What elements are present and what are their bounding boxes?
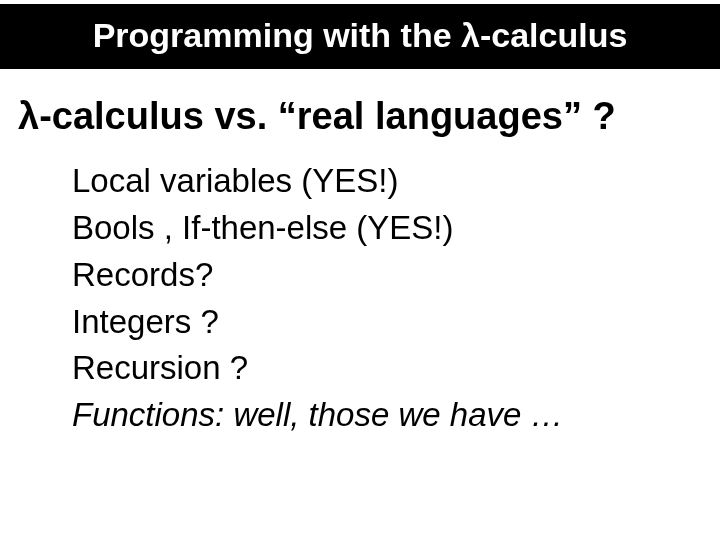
slide-title: Programming with the λ-calculus: [0, 4, 720, 69]
list-item: Local variables (YES!): [72, 158, 690, 205]
list-item: Records?: [72, 252, 690, 299]
list-item: Recursion ?: [72, 345, 690, 392]
list-item: Functions: well, those we have …: [72, 392, 690, 439]
list-item: Integers ?: [72, 299, 690, 346]
list-item: Bools , If-then-else (YES!): [72, 205, 690, 252]
item-list: Local variables (YES!) Bools , If-then-e…: [72, 158, 690, 439]
slide-subtitle: λ-calculus vs. “real languages” ?: [18, 95, 702, 138]
